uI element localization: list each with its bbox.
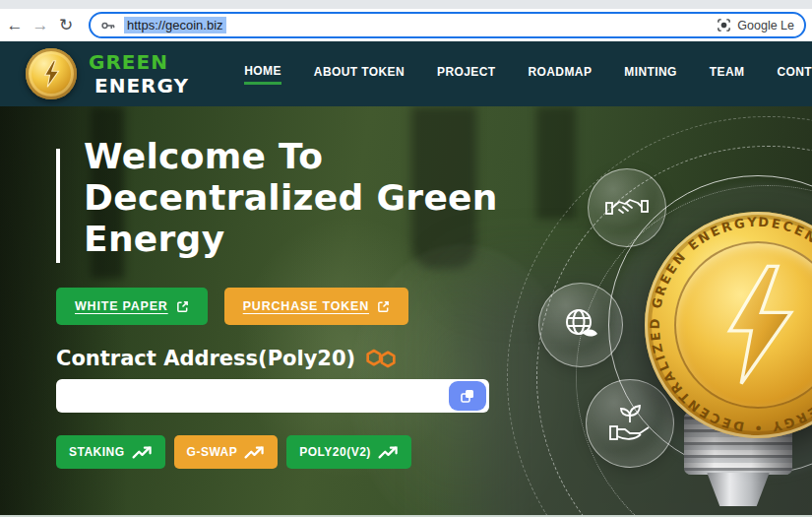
poly20-v2-button[interactable]: POLY20(V2): [286, 435, 411, 469]
staking-button[interactable]: STAKING: [56, 435, 165, 469]
polygon-chain-icon: [365, 349, 397, 368]
lightning-icon: [717, 263, 799, 387]
white-paper-label: WHITE PAPER: [75, 299, 168, 313]
tab-strip: [0, 0, 812, 9]
back-button[interactable]: ←: [2, 13, 28, 38]
logo-coin[interactable]: [26, 48, 77, 99]
menu-item-roadmap[interactable]: ROADMAP: [529, 65, 593, 83]
lens-label: Google Le: [737, 19, 794, 32]
forward-button[interactable]: →: [28, 13, 53, 38]
lens-icon: [717, 18, 731, 32]
menu-item-minting[interactable]: MINTING: [624, 65, 676, 83]
poly20-v2-label: POLY20(V2): [299, 445, 371, 459]
contract-address-field[interactable]: [56, 379, 489, 413]
menu-item-team[interactable]: TEAM: [710, 65, 745, 83]
purchase-token-label: PURCHASE TOKEN: [243, 299, 369, 313]
title-line-3: Energy: [84, 219, 498, 260]
white-paper-button[interactable]: WHITE PAPER: [56, 288, 208, 325]
hero-section: DECENTRALIZED GREEN ENERGY • DECENTRALIZ…: [0, 106, 812, 517]
external-link-icon: [176, 300, 189, 313]
site-navbar: GREEN ENERGY HOME ABOUT TOKEN PROJECT RO…: [0, 41, 812, 106]
trending-up-icon: [244, 445, 265, 460]
trending-up-icon: [132, 445, 153, 460]
external-link-icon: [377, 300, 390, 313]
url-input[interactable]: https://gecoin.biz: [124, 17, 226, 33]
g-swap-label: G-SWAP: [187, 445, 238, 459]
browser-toolbar: ← → ↻ https://gecoin.biz Google Le: [0, 9, 812, 41]
title-line-1: Welcome To: [84, 136, 498, 177]
key-icon: [100, 18, 116, 33]
google-lens-chip[interactable]: Google Le: [707, 18, 794, 32]
title-accent-bar: [56, 149, 60, 263]
bulb-collar: [703, 473, 774, 506]
menu-item-home[interactable]: HOME: [244, 64, 281, 85]
main-menu: HOME ABOUT TOKEN PROJECT ROADMAP MINTING…: [244, 64, 812, 85]
green-energy-coin: DECENTRALIZED GREEN ENERGY • DECENTRALIZ…: [645, 212, 812, 438]
brand-green: GREEN: [89, 50, 168, 74]
copy-address-button[interactable]: [449, 381, 486, 411]
trending-up-icon: [378, 445, 399, 460]
g-swap-button[interactable]: G-SWAP: [174, 435, 279, 469]
page-title: Welcome To Decentralized Green Energy: [84, 136, 498, 263]
refresh-button[interactable]: ↻: [53, 13, 79, 38]
brand-title: GREEN ENERGY: [89, 50, 244, 97]
staking-label: STAKING: [69, 445, 125, 459]
menu-item-about-token[interactable]: ABOUT TOKEN: [314, 65, 405, 83]
copy-icon: [460, 388, 475, 404]
title-line-2: Decentralized Green: [84, 177, 498, 219]
brand-white: ENERGY: [94, 74, 189, 97]
lightning-icon: [41, 60, 61, 88]
menu-item-project[interactable]: PROJECT: [437, 65, 495, 83]
purchase-token-button[interactable]: PURCHASE TOKEN: [224, 288, 408, 325]
address-bar[interactable]: https://gecoin.biz Google Le: [89, 12, 806, 38]
contract-address-label: Contract Address(Poly20): [56, 347, 355, 370]
menu-item-contact[interactable]: CONT: [777, 65, 812, 83]
